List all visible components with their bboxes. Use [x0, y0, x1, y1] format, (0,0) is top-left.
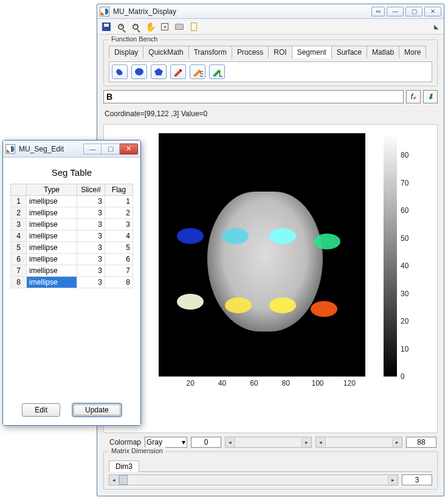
cell-slice[interactable]: 3 — [77, 231, 105, 242]
slider-right-icon[interactable]: ▸ — [392, 437, 402, 447]
cell-slice[interactable]: 3 — [77, 207, 105, 219]
cell-slice[interactable]: 3 — [77, 219, 105, 231]
polygon-icon — [153, 67, 164, 77]
colormap-select[interactable]: Gray ▾ — [145, 437, 187, 448]
freeform-icon — [114, 67, 125, 77]
cell-flag[interactable]: 2 — [105, 207, 133, 219]
slider-left-icon[interactable]: ◂ — [109, 475, 119, 485]
dimension-value-input[interactable]: 3 — [402, 474, 432, 485]
cell-type[interactable]: imellipse — [27, 254, 77, 265]
cell-type[interactable]: imellipse — [27, 277, 77, 288]
cell-flag[interactable]: 7 — [105, 265, 133, 277]
cell-slice[interactable]: 3 — [77, 265, 105, 277]
colormap-low-input[interactable]: 0 — [191, 437, 221, 448]
dock-menu-icon[interactable]: ◣ — [434, 23, 441, 30]
save-tool[interactable] — [100, 21, 113, 33]
fx-button[interactable]: fₓ — [406, 90, 421, 103]
table-row[interactable]: 2imellipse32 — [11, 207, 133, 219]
seg-col-header[interactable] — [11, 184, 27, 196]
slider-thumb[interactable] — [119, 475, 128, 485]
print-tool[interactable] — [173, 21, 186, 33]
tab-segment[interactable]: Segment — [292, 46, 332, 58]
seg-tool-pencil-green[interactable]: L — [209, 64, 225, 79]
cell-flag[interactable]: 4 — [105, 231, 133, 242]
cell-type[interactable]: imellipse — [27, 231, 77, 242]
seg-col-header[interactable]: Flag — [105, 184, 133, 196]
table-row[interactable]: 4imellipse34 — [11, 231, 133, 242]
cell-type[interactable]: imellipse — [27, 207, 77, 219]
update-button[interactable]: Update — [72, 403, 122, 417]
seg-maximize-button[interactable]: ▢ — [102, 144, 120, 155]
dim-tab[interactable]: Dim3 — [109, 460, 139, 472]
cell-slice[interactable]: 3 — [77, 242, 105, 254]
seg-close-button[interactable]: ✕ — [120, 144, 138, 155]
main-titlebar[interactable]: MU_Matrix_Display ⇔ — ▢ ✕ — [97, 4, 444, 19]
maximize-button[interactable]: ▢ — [405, 7, 422, 16]
colormap-value: Gray — [146, 438, 162, 446]
seg-tool-freeform[interactable] — [112, 64, 128, 79]
cell-slice[interactable]: 3 — [77, 254, 105, 265]
datacursor-tool[interactable] — [158, 21, 171, 33]
colorbar-tick: 80 — [401, 151, 408, 159]
cell-type[interactable]: imellipse — [27, 242, 77, 254]
seg-tool-ellipse[interactable] — [131, 64, 147, 79]
table-row[interactable]: 6imellipse36 — [11, 254, 133, 265]
seg-titlebar[interactable]: MU_Seg_Edit — ▢ ✕ — [3, 141, 140, 158]
seg-tool-polygon[interactable] — [151, 64, 167, 79]
colormap-high-slider[interactable]: ◂ ▸ — [315, 437, 402, 448]
undock-button[interactable]: ⇔ — [371, 7, 385, 16]
tab-display[interactable]: Display — [109, 46, 143, 58]
close-button[interactable]: ✕ — [424, 7, 441, 16]
table-row[interactable]: 7imellipse37 — [11, 265, 133, 277]
seg-col-header[interactable]: Slice# — [77, 184, 105, 196]
cell-flag[interactable]: 8 — [105, 277, 133, 288]
table-row[interactable]: 3imellipse33 — [11, 219, 133, 231]
edit-button[interactable]: Edit — [22, 403, 60, 417]
tab-more[interactable]: More — [399, 46, 426, 58]
cell-type[interactable]: imellipse — [27, 265, 77, 277]
slider-left-icon[interactable]: ◂ — [226, 437, 235, 447]
tab-matlab[interactable]: Matlab — [367, 46, 399, 58]
minimize-button[interactable]: — — [387, 7, 404, 16]
colormap-high-input[interactable]: 88 — [406, 437, 436, 448]
function-bench-legend: Function Bench — [109, 35, 160, 43]
colormap-low-slider[interactable]: ◂ ▸ — [225, 437, 312, 448]
segment-ellipse-6[interactable] — [225, 297, 252, 313]
slider-left-icon[interactable]: ◂ — [316, 437, 326, 447]
segment-ellipse-2[interactable] — [222, 228, 249, 244]
table-row[interactable]: 5imellipse35 — [11, 242, 133, 254]
seg-minimize-button[interactable]: — — [83, 144, 102, 155]
cell-slice[interactable]: 3 — [77, 277, 105, 288]
seg-table[interactable]: TypeSlice#Flag 1imellipse312imellipse323… — [10, 184, 133, 288]
seg-col-header[interactable]: Type — [27, 184, 77, 196]
dimension-slider[interactable]: ◂ ▸ — [109, 474, 398, 485]
download-button[interactable]: ⬇ — [423, 90, 438, 103]
zoom-out-tool[interactable] — [129, 21, 142, 33]
cell-flag[interactable]: 5 — [105, 242, 133, 254]
formula-input[interactable]: B — [103, 90, 404, 103]
seg-tool-pencil-orange[interactable]: S — [190, 64, 205, 79]
cell-flag[interactable]: 3 — [105, 219, 133, 231]
cell-slice[interactable]: 3 — [77, 196, 105, 207]
cell-type[interactable]: imellipse — [27, 219, 77, 231]
seg-tool-pencil-red[interactable] — [170, 64, 186, 79]
pan-tool[interactable]: ✋ — [143, 21, 157, 33]
slider-right-icon[interactable]: ▸ — [302, 437, 311, 447]
tab-roi[interactable]: ROI — [269, 46, 292, 58]
pan-icon: ✋ — [145, 22, 156, 32]
zoom-in-tool[interactable] — [114, 21, 128, 33]
cell-flag[interactable]: 1 — [105, 196, 133, 207]
doc-tool[interactable] — [187, 21, 201, 33]
table-row[interactable]: 8imellipse38 — [11, 277, 133, 288]
tab-process[interactable]: Process — [232, 46, 269, 58]
tab-quickmath[interactable]: QuickMath — [143, 46, 188, 58]
cell-type[interactable]: imellipse — [27, 196, 77, 207]
image-display[interactable]: 20406080100120 01020304050607080 — [103, 124, 438, 433]
table-row[interactable]: 1imellipse31 — [11, 196, 133, 207]
cell-flag[interactable]: 6 — [105, 254, 133, 265]
segment-ellipse-5[interactable] — [177, 294, 204, 310]
segment-ellipse-7[interactable] — [269, 297, 296, 313]
tab-surface[interactable]: Surface — [332, 46, 367, 58]
slider-right-icon[interactable]: ▸ — [388, 475, 398, 485]
tab-transform[interactable]: Transform — [189, 46, 232, 58]
